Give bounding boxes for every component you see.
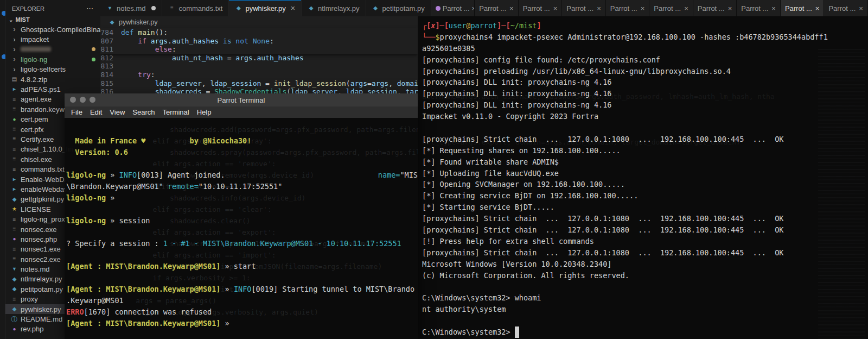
tab-label: pywhisker.py [245, 4, 285, 12]
tab-label: commands.txt [178, 4, 222, 12]
terminal-line [66, 249, 418, 261]
menu-edit[interactable]: Edit [86, 108, 106, 116]
terminal-tab-parrot-5[interactable]: Parrot ...× [606, 0, 650, 16]
window-control-icon[interactable] [80, 97, 86, 103]
close-icon[interactable]: × [641, 4, 645, 12]
terminal-line: [*] Starting service BjDT..... [422, 202, 868, 213]
file-file-icon: ≡ [11, 297, 18, 302]
terminal-tabs: Parrot ...×Parrot ...×Parrot ...×Parrot … [431, 0, 868, 16]
window-control-icon[interactable] [90, 97, 95, 103]
file-file-icon: ≡ [11, 227, 18, 232]
md-file-icon: ▼ [106, 6, 113, 11]
tree-item-label: Ghostpack-CompiledBinaries [21, 26, 100, 34]
tree-item-4-8-2-zip[interactable]: ▤4.8.2.zip [5, 74, 100, 84]
tab-petitpotam-py[interactable]: ◆petitpotam.py [366, 0, 431, 16]
py-file-icon: ◆ [11, 197, 18, 202]
breadcrumb[interactable]: ◆ pywhisker.py [100, 16, 418, 28]
terminal-line: [proxychains] DLL init: proxychains-ng 4… [422, 99, 868, 111]
tab-label: Parrot ... [479, 4, 506, 12]
close-icon[interactable]: × [859, 4, 863, 12]
menu-help[interactable]: Help [193, 108, 215, 116]
file-file-icon: ≡ [11, 256, 18, 262]
terminal-icon [436, 6, 441, 11]
tree-item-redacted[interactable]: › [5, 45, 100, 54]
code-line: 813 [100, 62, 418, 71]
file-file-icon: ≡ [11, 247, 18, 252]
close-icon[interactable]: × [597, 4, 601, 12]
close-icon[interactable]: × [553, 4, 558, 12]
right-terminal[interactable]: username=args.auth_username, password=ar… [418, 16, 868, 339]
tab-label: Parrot ... [443, 4, 470, 12]
tab-ntlmrelayx-py[interactable]: ◆ntlmrelayx.py [302, 0, 366, 16]
folder-chevron-icon: › [11, 26, 18, 33]
tree-item-label: nonsec.php [21, 235, 57, 243]
terminal-line: Version: 0.6 [66, 147, 418, 158]
line-number: 784 [100, 28, 121, 37]
terminal-line: (c) Microsoft Corporation. All rights re… [422, 270, 868, 281]
menu-file[interactable]: File [67, 108, 86, 116]
folder-chevron-icon: › [11, 36, 18, 43]
file-file-icon: ≡ [11, 97, 18, 102]
terminal-line: Made in France ♥ by @Nicocha30! [66, 135, 418, 147]
tree-item-ligolo-selfcerts[interactable]: ›ligolo-selfcerts [5, 65, 100, 74]
terminal-title-bar[interactable]: Parrot Terminal [65, 93, 418, 106]
close-icon[interactable]: × [771, 4, 776, 12]
terminal-line: ERRO[1670] connection was refused [66, 306, 418, 318]
tab-label: Parrot ... [741, 4, 768, 12]
close-icon[interactable]: × [509, 4, 514, 12]
parrot-terminal-window[interactable]: Parrot Terminal FileEditViewSearchTermin… [65, 93, 418, 339]
tree-item-label: ligolo-selfcerts [21, 65, 66, 73]
terminal-tab-parrot-6[interactable]: Parrot ...× [649, 0, 693, 16]
menu-terminal[interactable]: Terminal [159, 108, 193, 116]
tree-item-ghostpack-compiledbinaries[interactable]: ›Ghostpack-CompiledBinaries [5, 24, 100, 34]
tree-item-label: adPEAS.ps1 [21, 85, 61, 93]
tree-item-label: notes.md [21, 265, 49, 273]
window-controls[interactable] [70, 97, 95, 103]
terminal-body[interactable]: shadowcreds.add(password=args.pfx_passwo… [65, 118, 418, 339]
tab-notes-md[interactable]: ▼notes.md [100, 0, 162, 16]
tab-label: ntlmrelayx.py [318, 4, 360, 12]
workspace-root[interactable]: ⌄ MIST [5, 15, 100, 24]
editor-tabs: ▼notes.md≡commands.txt◆pywhisker.py×◆ntl… [100, 0, 431, 16]
terminal-tab-parrot-7[interactable]: Parrot ...× [693, 0, 737, 16]
menu-search[interactable]: Search [129, 108, 158, 116]
tab-commands-txt[interactable]: ≡commands.txt [162, 0, 229, 16]
close-icon[interactable]: × [684, 4, 688, 12]
tab-label: notes.md [117, 4, 145, 12]
modified-dot-icon [151, 6, 156, 10]
tab-label: Parrot ... [610, 4, 637, 12]
tree-item-impacket[interactable]: ›impacket [5, 34, 100, 44]
activity-bar[interactable] [0, 0, 5, 339]
close-icon[interactable]: × [815, 4, 820, 12]
terminal-line: Microsoft Windows [Version 10.0.20348.23… [422, 259, 868, 270]
terminal-tab-parrot-1[interactable]: Parrot ...× [431, 0, 475, 16]
terminal-tab-parrot-2[interactable]: Parrot ...× [475, 0, 519, 16]
code-line: 812 auth_nt_hash = args.auth_hashes [100, 54, 418, 62]
terminal-line: [*] Creating service BjDT on 192.168.100… [422, 190, 868, 202]
terminal-tab-parrot-10[interactable]: Parrot ...× [824, 0, 868, 16]
file-file-icon: ≡ [168, 5, 175, 11]
terminal-tab-parrot-4[interactable]: Parrot ...× [562, 0, 606, 16]
terminal-line [422, 281, 868, 292]
folder-chevron-icon: › [11, 66, 18, 73]
line-number: 814 [100, 71, 121, 79]
tree-item-ligolo-ng[interactable]: ›ligolo-ng [5, 54, 100, 64]
terminal-tab-parrot-9[interactable]: Parrot ...× [781, 0, 825, 16]
close-icon[interactable]: × [291, 4, 295, 12]
terminal-line: [Agent : MIST\Brandon.Keywarp@MS01] » [66, 318, 418, 329]
chevron-down-icon: ⌄ [9, 17, 13, 23]
more-actions-icon[interactable]: ⋯ [86, 4, 94, 12]
terminal-tab-parrot-8[interactable]: Parrot ...× [737, 0, 781, 16]
window-control-icon[interactable] [70, 97, 76, 103]
terminal-line [422, 122, 868, 134]
terminal-line: [proxychains] Strict chain ... 127.0.0.1… [422, 134, 868, 145]
tab-pywhisker-py[interactable]: ◆pywhisker.py× [229, 0, 302, 16]
terminal-tab-parrot-3[interactable]: Parrot ...× [519, 0, 563, 16]
menu-view[interactable]: View [106, 108, 129, 116]
close-icon[interactable]: × [728, 4, 732, 12]
terminal-line [66, 272, 418, 284]
tab-label: Parrot ... [523, 4, 550, 12]
tree-item-adpeas-ps1[interactable]: ►adPEAS.ps1 [5, 84, 100, 94]
tree-item-label: impacket [21, 35, 49, 43]
terminal-line: [Agent : MIST\Brandon.Keywarp@MS01] » IN… [66, 284, 418, 295]
